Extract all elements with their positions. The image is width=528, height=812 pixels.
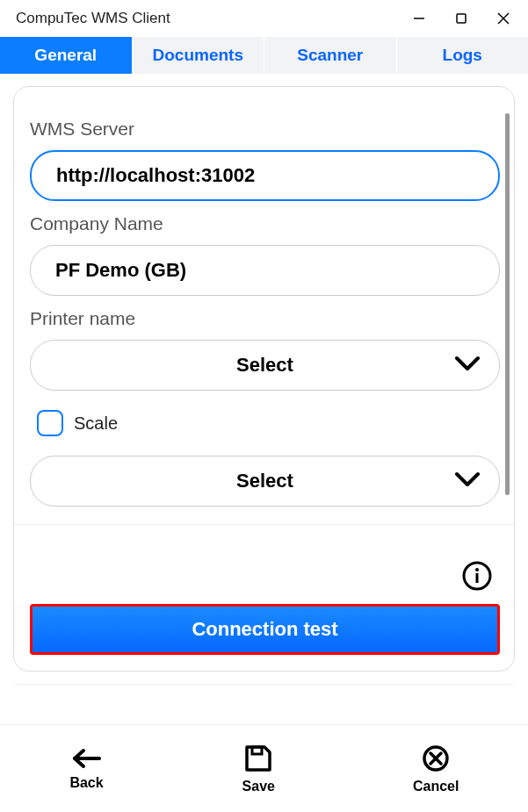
tab-scanner[interactable]: Scanner [264, 37, 397, 74]
scrollbar[interactable] [505, 113, 510, 495]
maximize-icon [455, 12, 467, 25]
save-icon [243, 744, 273, 773]
tab-bar: General Documents Scanner Logs [0, 37, 528, 74]
svg-rect-1 [457, 14, 466, 23]
close-icon [496, 11, 510, 25]
company-name-input[interactable] [30, 245, 500, 296]
tab-documents[interactable]: Documents [133, 37, 265, 74]
back-button[interactable]: Back [69, 747, 105, 791]
info-row [30, 560, 500, 595]
tab-logs[interactable]: Logs [397, 37, 529, 74]
minimize-button[interactable] [398, 0, 440, 37]
printer-name-label: Printer name [30, 308, 500, 329]
maximize-button[interactable] [440, 0, 482, 37]
tab-general[interactable]: General [0, 37, 133, 74]
scale-select-value: Select [236, 470, 293, 492]
bottom-bar: Back Save Cancel [0, 724, 528, 812]
window-title: CompuTec WMS Client [16, 10, 398, 27]
info-icon [461, 560, 493, 592]
chevron-down-icon [455, 470, 480, 492]
window-controls [398, 0, 524, 37]
svg-rect-8 [252, 747, 262, 754]
wms-server-input[interactable] [30, 150, 500, 201]
connection-test-highlight: Connection test [30, 604, 500, 655]
cancel-label: Cancel [413, 779, 459, 794]
back-arrow-icon [69, 747, 105, 770]
divider [14, 524, 514, 525]
save-label: Save [242, 779, 275, 794]
scale-label: Scale [74, 413, 118, 434]
back-label: Back [69, 775, 103, 791]
svg-rect-6 [476, 573, 479, 583]
settings-card: WMS Server Company Name Printer name Sel… [13, 86, 515, 672]
cancel-button[interactable]: Cancel [413, 744, 459, 794]
printer-select[interactable]: Select [30, 340, 500, 391]
chevron-down-icon [455, 354, 480, 377]
scale-select[interactable]: Select [30, 456, 500, 507]
close-button[interactable] [482, 0, 524, 37]
next-card-edge [13, 684, 515, 691]
info-button[interactable] [461, 560, 493, 595]
svg-point-5 [475, 568, 479, 571]
minimize-icon [413, 12, 425, 25]
save-button[interactable]: Save [242, 744, 275, 794]
titlebar: CompuTec WMS Client [0, 0, 528, 37]
cancel-icon [421, 744, 451, 773]
connection-test-button[interactable]: Connection test [33, 607, 497, 652]
scale-checkbox[interactable] [37, 410, 63, 436]
company-name-label: Company Name [30, 213, 500, 234]
wms-server-label: WMS Server [30, 119, 500, 140]
scale-checkbox-row[interactable]: Scale [37, 410, 500, 436]
printer-select-value: Select [236, 354, 293, 377]
